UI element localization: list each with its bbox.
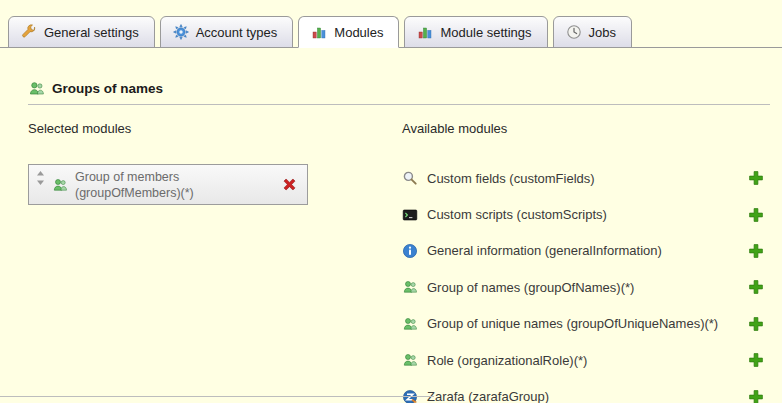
- add-module-button[interactable]: [748, 243, 764, 259]
- tab-label: Module settings: [440, 25, 531, 40]
- module-label: General information (generalInformation): [427, 243, 662, 258]
- tab-modules[interactable]: Modules: [298, 16, 399, 48]
- add-module-button[interactable]: [748, 170, 764, 186]
- info-icon: [402, 243, 418, 259]
- tab-module-settings[interactable]: Module settings: [404, 16, 547, 48]
- module-label: Zarafa (zarafaGroup): [427, 389, 549, 403]
- add-module-button[interactable]: [748, 279, 764, 295]
- heading-divider: [28, 104, 770, 105]
- add-module-button[interactable]: [748, 389, 764, 403]
- modules-settings-page: General settings Account types Modules M…: [0, 0, 782, 403]
- list-item: Role (organizationalRole)(*): [402, 342, 764, 378]
- selected-module-item[interactable]: Group of members (groupOfMembers)(*): [28, 164, 308, 205]
- selected-module-label: Group of members (groupOfMembers)(*): [75, 169, 194, 201]
- tab-label: Account types: [196, 25, 278, 40]
- selected-module-name: Group of members: [75, 169, 194, 185]
- list-item: Custom scripts (customScripts): [402, 196, 764, 232]
- list-item: Group of unique names (groupOfUniqueName…: [402, 306, 764, 342]
- clock-icon: [566, 24, 582, 40]
- tab-label: General settings: [44, 25, 139, 40]
- selected-module-id: (groupOfMembers)(*): [75, 185, 194, 201]
- module-label: Group of names (groupOfNames)(*): [427, 280, 634, 295]
- module-label: Custom fields (customFields): [427, 171, 595, 186]
- group-icon: [52, 177, 68, 193]
- group-icon: [28, 80, 45, 97]
- add-module-button[interactable]: [748, 352, 764, 368]
- module-label: Group of unique names (groupOfUniqueName…: [427, 316, 718, 331]
- group-icon: [402, 279, 418, 295]
- group-icon: [402, 352, 418, 368]
- modules-icon: [417, 24, 433, 40]
- add-module-button[interactable]: [748, 316, 764, 332]
- magnifier-icon: [402, 170, 418, 186]
- drag-handle-icon[interactable]: [36, 171, 45, 185]
- tab-jobs[interactable]: Jobs: [553, 16, 632, 48]
- available-modules-title: Available modules: [402, 121, 507, 136]
- page-title: Groups of names: [52, 81, 163, 96]
- modules-icon: [311, 24, 327, 40]
- wrench-icon: [21, 24, 37, 40]
- module-label: Role (organizationalRole)(*): [427, 353, 587, 368]
- list-item: Zarafa (zarafaGroup): [402, 378, 764, 403]
- list-item: General information (generalInformation): [402, 233, 764, 269]
- module-label: Custom scripts (customScripts): [427, 207, 607, 222]
- list-item: Group of names (groupOfNames)(*): [402, 269, 764, 305]
- tab-general-settings[interactable]: General settings: [8, 16, 155, 48]
- tab-account-types[interactable]: Account types: [160, 16, 294, 48]
- remove-module-button[interactable]: [281, 176, 298, 193]
- available-modules-list: Custom fields (customFields) Custom scri…: [402, 160, 764, 403]
- tab-bar: General settings Account types Modules M…: [0, 0, 782, 48]
- group-icon: [402, 316, 418, 332]
- tab-label: Modules: [334, 25, 383, 40]
- tab-strip: General settings Account types Modules M…: [8, 16, 632, 48]
- tab-label: Jobs: [589, 25, 616, 40]
- add-module-button[interactable]: [748, 207, 764, 223]
- selected-modules-title: Selected modules: [28, 121, 131, 136]
- section-heading: Groups of names: [28, 80, 163, 97]
- section-divider: [0, 396, 434, 397]
- script-icon: [402, 207, 418, 223]
- gear-icon: [173, 24, 189, 40]
- list-item: Custom fields (customFields): [402, 160, 764, 196]
